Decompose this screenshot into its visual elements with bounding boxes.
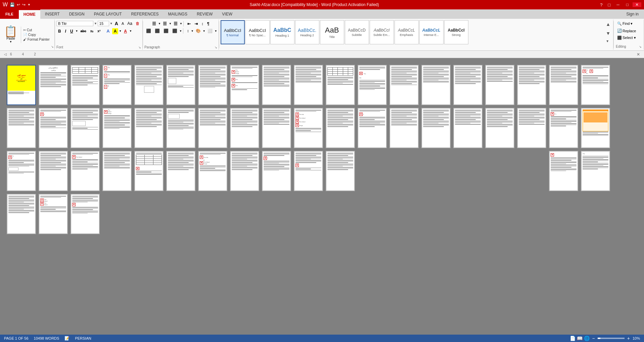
underline-btn[interactable]: U [68,28,75,34]
close-btn[interactable]: ✕ [633,2,641,7]
change-case-btn[interactable]: Aa [126,20,134,27]
tab-references[interactable]: REFERENCES [127,9,164,19]
styles-scroll-up[interactable]: ▲ [605,21,611,28]
shrink-font-btn[interactable]: A [120,21,125,26]
decrease-indent-btn[interactable]: ⇤ [186,21,192,27]
read-mode-btn[interactable]: 📖 [577,336,583,341]
page-thumb-29[interactable]: ✕ The link ✕ The linked ✕ The linked ✕ i… [294,108,323,148]
grow-font-btn[interactable]: A [113,20,120,27]
zoom-in-btn[interactable]: + [627,336,630,341]
style-intense-emphasis[interactable]: AaBbCcL Intense E... [419,20,444,44]
page-thumb-17[interactable] [517,65,546,105]
page-thumb-46[interactable] [230,151,259,191]
page-thumb-6[interactable] [166,65,195,105]
font-size-input[interactable] [98,21,109,26]
font-color-dropdown[interactable]: ▼ [129,30,132,33]
page-thumb-26[interactable] [198,108,227,148]
page-thumb-50[interactable]: ✕ [549,151,578,191]
page-thumb-16[interactable] [485,65,514,105]
copy-button[interactable]: 📄 Copy [22,33,50,37]
page-thumb-9[interactable] [262,65,291,105]
page-thumb-10[interactable] [294,65,323,105]
page-thumb-42[interactable] [102,151,132,191]
page-thumb-2[interactable]: منطقهبررسی ساخت [39,65,68,105]
page-thumb-4[interactable]: ✕ Th ✕ Th ✕ R [102,65,132,105]
clipboard-expand[interactable]: ↘ [51,45,54,48]
page-thumb-7[interactable] [198,65,227,105]
tab-review[interactable]: REVIEW [192,9,217,19]
page-thumb-19[interactable]: ✕ Thelin ✕ [581,65,610,105]
tab-page-layout[interactable]: PAGE LAYOUT [89,9,127,19]
align-left-btn[interactable]: ⬛ [144,28,153,34]
page-thumb-15[interactable] [453,65,482,105]
minimize-btn[interactable]: ─ [614,2,622,7]
zoom-slider[interactable] [598,338,625,339]
page-thumb-32[interactable] [389,108,419,148]
align-center-btn[interactable]: ⬛ [153,28,162,34]
find-button[interactable]: 🔍Find ▾ [616,21,634,27]
style-subtitle[interactable]: AaBbCcD Subtitle [345,20,369,44]
page-thumb-1[interactable]: تحقیق آنلاین مرجع دانلود فایل با کمترین … [7,65,36,105]
page-thumb-21[interactable]: ✕ T [39,108,68,148]
superscript-btn[interactable]: x² [96,29,102,34]
style-strong[interactable]: AaBbCcI Strong [444,20,468,44]
web-layout-btn[interactable]: 🌐 [584,336,590,341]
tab-view[interactable]: VIEW [217,9,237,19]
style-no-spacing[interactable]: AaBbCcI ¶ No Spac... [245,20,270,44]
page-thumb-35[interactable] [485,108,514,148]
format-painter-button[interactable]: 🖌 Format Painter [22,37,50,42]
page-thumb-8[interactable]: ✕ Thelinkedimage ✕ The ✕ The [230,65,259,105]
page-thumb-51[interactable]: The [581,151,610,191]
page-thumb-45[interactable]: ✕ The link ed ✕ The linkedimage [198,151,227,191]
page-thumb-25[interactable] [166,108,195,148]
increase-indent-btn[interactable]: ⇥ [193,21,199,27]
multilevel-btn[interactable]: ☰ [172,20,179,27]
font-size-dropdown[interactable]: ▼ [110,22,113,25]
maximize-btn[interactable]: □ [624,2,631,7]
qat-dropdown[interactable]: ▼ [28,3,31,6]
tab-design[interactable]: DESIGN [64,9,89,19]
zoom-level[interactable]: 10% [633,336,640,340]
strikethrough-btn[interactable]: abc [79,29,88,34]
page-thumb-33[interactable] [421,108,451,148]
document-area[interactable]: تحقیق آنلاین مرجع دانلود فایل با کمترین … [0,58,644,335]
highlight-dropdown[interactable]: ▼ [119,30,122,33]
cut-button[interactable]: ✂ Cut [22,28,50,32]
print-layout-btn[interactable]: 📄 [570,336,576,341]
spellcheck-icon[interactable]: 📝 [64,336,70,341]
bullets-btn[interactable]: ☰ [150,20,158,27]
style-heading2[interactable]: AaBbCc. Heading 2 [295,20,319,44]
page-thumb-41[interactable]: ✕ The linked [71,151,100,191]
page-thumb-12[interactable]: ✕ Thelink [358,65,387,105]
font-name-dropdown[interactable]: ▼ [94,22,97,25]
page-thumb-20[interactable] [7,108,36,148]
page-thumb-11[interactable] [326,65,355,105]
style-title[interactable]: AaB Title [320,20,344,44]
page-thumb-48[interactable]: ✕ [294,151,323,191]
quick-access-toolbar[interactable]: W 💾 ↩ ↪ ▼ [3,2,31,8]
font-color-btn[interactable]: A [122,28,129,34]
styles-scroll-down[interactable]: ▼ [605,30,611,37]
style-subtle-emphasis[interactable]: AaBbCcI Subtle Em... [370,20,394,44]
styles-more[interactable]: ▼ [605,39,611,44]
page-thumb-43[interactable]: ✕ [134,151,164,191]
tab-home[interactable]: HOME [19,9,40,19]
style-emphasis[interactable]: AaBbCcL Emphasis [395,20,419,44]
undo-btn[interactable]: ↩ [17,2,20,7]
page-thumb-49[interactable] [326,151,355,191]
editing-expand[interactable]: ↘ [639,45,642,48]
line-spacing-dropdown[interactable]: ▼ [191,30,194,33]
bold-btn[interactable]: B [56,28,63,34]
line-spacing-btn[interactable]: ↕ [185,28,191,34]
align-right-btn[interactable]: ⬛ [162,28,170,34]
style-heading1[interactable]: AaBbC Heading 1 [270,20,294,44]
page-thumb-14[interactable] [421,65,451,105]
bullets-dropdown[interactable]: ▼ [158,22,161,25]
shading-dropdown[interactable]: ▼ [203,30,205,33]
tab-file[interactable]: FILE [0,9,19,19]
page-thumb-18[interactable] [549,65,578,105]
page-thumb-3[interactable] [71,65,100,105]
align-dropdown[interactable]: ▼ [179,30,182,33]
page-thumb-47[interactable]: ✕ T [262,151,291,191]
paragraph-expand[interactable]: ↘ [215,46,217,49]
